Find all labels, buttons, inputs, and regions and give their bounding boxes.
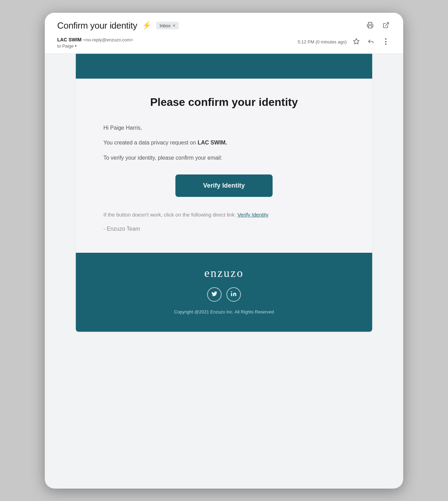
- inbox-close-button[interactable]: ×: [173, 23, 175, 28]
- sender-email: <no-reply@enzuzo.com>: [83, 37, 133, 42]
- inbox-badge: Inbox ×: [156, 22, 179, 29]
- email-paragraph1: You created a data privacy request on LA…: [103, 138, 345, 147]
- sign-off: - Enzuzo Team: [103, 226, 345, 232]
- email-footer: enzuzo: [76, 253, 372, 332]
- paragraph1-bold: LAC SWIM.: [197, 140, 227, 146]
- fallback-pre: If the button doesn't work, click on the…: [103, 212, 237, 218]
- footer-logo: enzuzo: [204, 267, 244, 280]
- email-body-content: Please confirm your identity Hi Paige Ha…: [76, 79, 372, 253]
- email-body-outer: Please confirm your identity Hi Paige Ha…: [45, 54, 403, 332]
- more-options-button[interactable]: ⋮: [380, 37, 391, 47]
- linkedin-button[interactable]: [226, 287, 241, 302]
- email-title-left: Confirm your identity ⚡ Inbox ×: [57, 20, 179, 31]
- email-paragraph2: To verify your identity, please confirm …: [103, 153, 345, 162]
- email-greeting: Hi Paige Harris,: [103, 123, 345, 132]
- external-link-icon: [383, 22, 389, 30]
- print-icon: [367, 22, 374, 30]
- email-main-heading: Please confirm your identity: [103, 95, 345, 109]
- inbox-label: Inbox: [160, 23, 171, 28]
- more-options-icon: ⋮: [382, 38, 389, 46]
- device-frame: Confirm your identity ⚡ Inbox ×: [45, 13, 403, 489]
- svg-line-1: [385, 22, 388, 26]
- fallback-text: If the button doesn't work, click on the…: [103, 211, 345, 219]
- verify-btn-wrapper: Verify Identity: [103, 174, 345, 197]
- email-timestamp: 5:12 PM (0 minutes ago): [298, 39, 347, 44]
- to-label: to Paige: [57, 43, 74, 49]
- external-link-button[interactable]: [381, 20, 391, 31]
- verify-identity-button[interactable]: Verify Identity: [175, 174, 272, 197]
- sender-name: LAC SWIM: [57, 37, 82, 42]
- email-header: Confirm your identity ⚡ Inbox ×: [45, 13, 403, 54]
- star-icon: [353, 38, 360, 46]
- email-subject: Confirm your identity: [57, 20, 137, 31]
- twitter-icon: [211, 291, 217, 298]
- footer-copyright: Copyright @2021 Enzuzo Inc. All Rights R…: [174, 309, 274, 314]
- svg-point-4: [231, 291, 232, 292]
- sender-info: LAC SWIM <no-reply@enzuzo.com> to Paige …: [57, 37, 133, 49]
- sender-to: to Paige ▾: [57, 43, 133, 49]
- fallback-link[interactable]: Verify Identity: [237, 212, 268, 218]
- email-title-icons: [365, 20, 391, 31]
- reply-button[interactable]: [366, 37, 376, 47]
- svg-rect-0: [368, 26, 372, 28]
- meta-actions: 5:12 PM (0 minutes ago): [298, 37, 391, 47]
- twitter-button[interactable]: [207, 287, 222, 302]
- svg-marker-2: [354, 38, 359, 44]
- footer-social: [207, 287, 241, 302]
- sender-name-email: LAC SWIM <no-reply@enzuzo.com>: [57, 37, 133, 43]
- sender-row: LAC SWIM <no-reply@enzuzo.com> to Paige …: [57, 37, 391, 49]
- chevron-down-icon[interactable]: ▾: [75, 44, 77, 48]
- star-button[interactable]: [352, 37, 361, 47]
- svg-rect-3: [231, 293, 232, 296]
- email-title-row: Confirm your identity ⚡ Inbox ×: [57, 20, 391, 31]
- lightning-icon: ⚡: [142, 21, 151, 30]
- print-button[interactable]: [365, 20, 375, 31]
- linkedin-icon: [231, 291, 237, 298]
- email-top-banner: [76, 54, 372, 79]
- reply-icon: [367, 38, 374, 46]
- email-content-wrapper: Please confirm your identity Hi Paige Ha…: [76, 54, 372, 332]
- paragraph1-pre: You created a data privacy request on: [103, 140, 197, 146]
